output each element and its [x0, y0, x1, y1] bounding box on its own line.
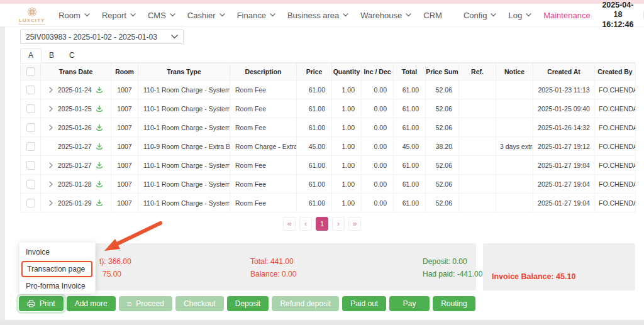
row-checkbox[interactable]	[26, 180, 35, 189]
quantity-value: 1.00	[332, 156, 362, 175]
nav-menu-label: Maintenance	[543, 11, 590, 20]
room-number[interactable]: 1007	[111, 99, 138, 118]
table-row[interactable]: 2025-01-26 1007	[21, 118, 636, 137]
inc-dec-value: 0.00	[362, 156, 394, 175]
trans-type-value: 110-1 Room Charge - System Charge	[138, 80, 230, 99]
tab-b[interactable]: B	[42, 49, 62, 62]
proceed-button[interactable]: ≡ Proceed	[119, 296, 172, 311]
nav-menu-item[interactable]: Business area	[287, 11, 348, 20]
nav-menu-item[interactable]: CRM	[423, 11, 452, 20]
table-row[interactable]: 2025-01-25 1007	[21, 99, 636, 118]
pagination-last-button[interactable]: »	[348, 217, 361, 231]
download-icon[interactable]	[96, 180, 103, 188]
room-number[interactable]: 1007	[111, 80, 138, 99]
row-checkbox[interactable]	[26, 85, 35, 94]
col-total: Total	[394, 63, 426, 80]
menu-item-transaction-page[interactable]: Transaction page	[21, 261, 92, 277]
row-checkbox[interactable]	[26, 123, 35, 132]
col-trans-type: Trans Type	[138, 63, 230, 80]
select-all-checkbox[interactable]	[26, 67, 35, 76]
price-value: 61.00	[297, 175, 332, 194]
expand-row-chevron-icon[interactable]	[48, 106, 54, 112]
nav-menu-item[interactable]: Maintenance	[543, 11, 599, 20]
nav-menu-label: Room	[58, 11, 80, 20]
trans-date-value: 2025-01-27	[58, 143, 92, 150]
table-row[interactable]: 2025-01-24 1007	[21, 80, 636, 99]
room-number[interactable]: 1007	[111, 175, 138, 194]
download-icon[interactable]	[96, 199, 103, 207]
menu-item-invoice[interactable]: Invoice	[19, 244, 95, 260]
chevron-down-icon	[343, 13, 348, 17]
proceed-button-label: Proceed	[136, 299, 164, 308]
nav-menu-item[interactable]: Cashier	[187, 11, 225, 20]
print-button[interactable]: Print	[19, 296, 64, 311]
description-value: Room Fee	[230, 194, 297, 212]
expand-row-chevron-icon[interactable]	[48, 181, 54, 187]
quantity-value: 1.00	[332, 99, 362, 118]
pagination-first-button[interactable]: «	[283, 217, 296, 231]
col-inc-dec: Inc / Dec	[362, 63, 394, 80]
deposit-button[interactable]: Deposit	[227, 296, 269, 311]
menu-item-proforma-invoice[interactable]: Pro-forma Invoice	[19, 278, 95, 294]
nav-menu-item[interactable]: CMS	[148, 11, 175, 20]
row-checkbox[interactable]	[26, 142, 35, 151]
window-left-strip	[0, 26, 5, 320]
price-sum-value: 52.06	[426, 156, 459, 175]
tab-a[interactable]: A	[20, 48, 42, 63]
nav-menu-item[interactable]: Warehouse	[360, 11, 411, 20]
refund-deposit-button[interactable]: Refund deposit	[272, 296, 339, 311]
pagination-next-button[interactable]: ›	[332, 217, 345, 231]
expand-row-chevron-icon[interactable]	[48, 200, 54, 206]
table-row[interactable]: 2025-01-27 1007	[21, 156, 636, 175]
summary-balance: Balance: 0.00	[250, 270, 296, 278]
action-button-bar: Print Add more ≡ Proceed Checkout Deposi…	[19, 296, 475, 311]
pay-button[interactable]: Pay	[389, 296, 430, 311]
room-number[interactable]: 1007	[111, 118, 138, 137]
expand-row-chevron-icon[interactable]	[48, 87, 54, 93]
window-bottom-strip	[0, 320, 644, 325]
download-icon[interactable]	[96, 86, 103, 94]
current-date: 2025-04-18	[600, 1, 636, 20]
table-row[interactable]: 2025-01-28 1007	[21, 175, 636, 194]
expand-row-chevron-icon[interactable]	[48, 124, 54, 131]
price-sum-value: 52.06	[426, 80, 459, 99]
nav-menu-item[interactable]: Report	[102, 11, 136, 20]
row-checkbox[interactable]	[26, 161, 35, 170]
description-value: Room Charge - Extra Bed	[230, 137, 297, 156]
room-number[interactable]: 1007	[111, 137, 138, 156]
add-more-button[interactable]: Add more	[67, 296, 116, 311]
pagination-page-1[interactable]: 1	[316, 217, 328, 231]
inc-dec-value: 0.00	[362, 99, 394, 118]
table-row[interactable]: 2025-01-27 1007	[21, 137, 636, 156]
download-icon[interactable]	[96, 105, 103, 113]
trans-date-value: 2025-01-28	[58, 180, 92, 188]
total-value: 61.00	[394, 99, 426, 118]
quantity-value: 1.00	[332, 175, 362, 194]
download-icon[interactable]	[96, 162, 103, 169]
nav-menu-label: Warehouse	[360, 11, 402, 20]
folio-select[interactable]: 25IV003983 - 2025-01-02 - 2025-01-03	[20, 30, 184, 44]
col-room: Room	[111, 63, 138, 80]
nav-menu-item[interactable]: Finance	[237, 11, 275, 20]
routing-button[interactable]: Routing	[433, 296, 475, 311]
row-checkbox[interactable]	[26, 104, 35, 113]
created-by-value: FO.CHENDA.FOM	[595, 118, 636, 137]
price-sum-value: 52.06	[426, 194, 459, 212]
tab-c[interactable]: C	[62, 49, 82, 62]
trans-type-value: 110-1 Room Charge - System Charge	[138, 194, 230, 212]
nav-menu-item[interactable]: Config	[464, 11, 497, 20]
download-icon[interactable]	[96, 124, 103, 131]
download-icon[interactable]	[96, 143, 103, 150]
checkout-button[interactable]: Checkout	[175, 296, 224, 311]
room-number[interactable]: 1007	[111, 156, 138, 175]
row-checkbox[interactable]	[26, 199, 35, 207]
nav-menu-item[interactable]: Log	[508, 11, 531, 20]
pagination-prev-button[interactable]: ‹	[299, 217, 312, 231]
price-value: 61.00	[297, 118, 332, 137]
room-number[interactable]: 1007	[111, 194, 138, 212]
nav-menu-item[interactable]: Room	[58, 11, 90, 20]
paid-out-button[interactable]: Paid out	[342, 296, 386, 311]
col-price-sum: Price Sum	[426, 63, 459, 80]
expand-row-chevron-icon[interactable]	[48, 162, 54, 168]
table-row[interactable]: 2025-01-29 1007	[21, 194, 636, 212]
